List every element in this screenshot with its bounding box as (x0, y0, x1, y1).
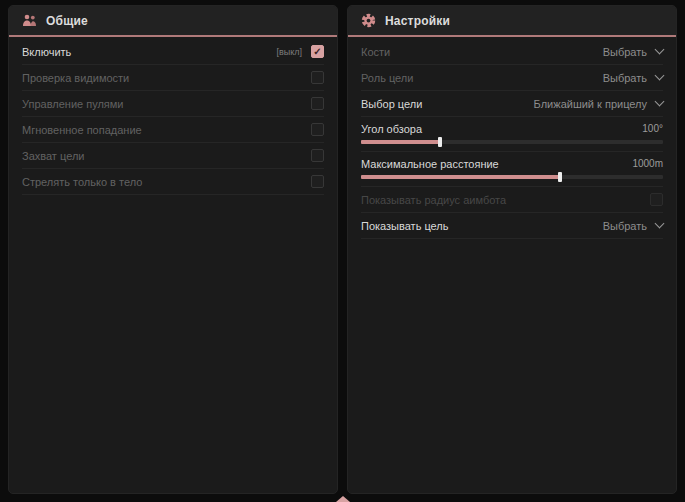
row-controls (311, 123, 324, 136)
checkbox[interactable] (650, 193, 663, 206)
chevron-down-icon (655, 45, 665, 55)
setting-row: Проверка видимости (22, 65, 324, 91)
slider-fill (361, 175, 560, 179)
dropdown-value: Ближайший к прицелу (534, 98, 647, 110)
row-controls: [выкл]✓ (276, 45, 324, 58)
slider-header: Угол обзора100° (361, 120, 663, 137)
setting-row: Максимальное расстояние1000m (361, 152, 663, 187)
dropdown-value: Выбрать (603, 220, 647, 232)
checkbox[interactable] (311, 123, 324, 136)
footer (0, 494, 685, 502)
setting-row: Включить[выкл]✓ (22, 39, 324, 65)
chevron-down-icon (655, 219, 665, 229)
setting-row: КостиВыбрать (361, 39, 663, 65)
setting-row: Угол обзора100° (361, 117, 663, 152)
row-label: Кости (361, 46, 390, 58)
keybind-hint: [выкл] (276, 47, 302, 57)
row-label: Показывать радиус аимбота (361, 194, 506, 206)
panel-settings: Настройки КостиВыбратьРоль целиВыбратьВы… (347, 5, 677, 494)
dropdown[interactable]: Ближайший к прицелу (534, 96, 663, 112)
dropdown[interactable]: Выбрать (603, 44, 663, 60)
row-controls: Выбрать (603, 70, 663, 86)
checkbox[interactable] (311, 149, 324, 162)
dropdown-value: Выбрать (603, 46, 647, 58)
checkbox[interactable]: ✓ (311, 45, 324, 58)
checkbox[interactable] (311, 71, 324, 84)
gear-icon (361, 13, 376, 28)
slider[interactable] (361, 140, 663, 144)
setting-row: Мгновенное попадание (22, 117, 324, 143)
panel-settings-header[interactable]: Настройки (348, 6, 676, 37)
slider-fill (361, 140, 440, 144)
row-label: Мгновенное попадание (22, 124, 142, 136)
checkbox[interactable] (311, 175, 324, 188)
setting-row: Показывать цельВыбрать (361, 213, 663, 239)
panel-general-header[interactable]: Общие (9, 6, 337, 37)
dropdown[interactable]: Выбрать (603, 70, 663, 86)
setting-row: Роль целиВыбрать (361, 65, 663, 91)
panel-title: Настройки (385, 14, 450, 28)
slider-thumb[interactable] (558, 172, 562, 182)
slider-value: 100° (642, 123, 663, 134)
row-label: Управление пулями (22, 98, 124, 110)
checkbox[interactable] (311, 97, 324, 110)
users-icon (22, 14, 37, 27)
slider-header: Максимальное расстояние1000m (361, 155, 663, 172)
row-controls (311, 97, 324, 110)
row-controls (650, 193, 663, 206)
row-controls (311, 149, 324, 162)
row-controls (311, 71, 324, 84)
panel-settings-body: КостиВыбратьРоль целиВыбратьВыбор целиБл… (348, 37, 676, 239)
row-label: Стрелять только в тело (22, 176, 142, 188)
slider[interactable] (361, 175, 663, 179)
row-label: Включить (22, 46, 71, 58)
cheat-menu: Общие Включить[выкл]✓Проверка видимостиУ… (0, 0, 685, 494)
row-label: Проверка видимости (22, 72, 129, 84)
row-label: Показывать цель (361, 220, 449, 232)
row-label: Роль цели (361, 72, 413, 84)
chevron-down-icon (655, 71, 665, 81)
chevron-down-icon (655, 97, 665, 107)
row-label: Выбор цели (361, 98, 422, 110)
slider-thumb[interactable] (438, 137, 442, 147)
dropdown-value: Выбрать (603, 72, 647, 84)
scroll-up-arrow-icon[interactable] (336, 496, 350, 502)
panel-general-body: Включить[выкл]✓Проверка видимостиУправле… (9, 37, 337, 195)
setting-row: Захват цели (22, 143, 324, 169)
row-label: Угол обзора (361, 123, 422, 135)
row-controls (311, 175, 324, 188)
row-controls: Выбрать (603, 44, 663, 60)
row-controls: Выбрать (603, 218, 663, 234)
setting-row: Управление пулями (22, 91, 324, 117)
setting-row: Показывать радиус аимбота (361, 187, 663, 213)
dropdown[interactable]: Выбрать (603, 218, 663, 234)
slider-value: 1000m (632, 158, 663, 169)
setting-row: Выбор целиБлижайший к прицелу (361, 91, 663, 117)
setting-row: Стрелять только в тело (22, 169, 324, 195)
panel-title: Общие (46, 14, 88, 28)
row-label: Захват цели (22, 150, 84, 162)
row-controls: Ближайший к прицелу (534, 96, 663, 112)
panel-general: Общие Включить[выкл]✓Проверка видимостиУ… (8, 5, 338, 494)
row-label: Максимальное расстояние (361, 158, 499, 170)
